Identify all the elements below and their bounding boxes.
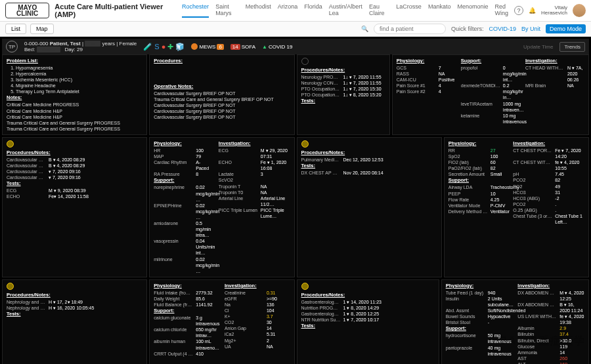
note-row[interactable]: ECGM ▾ 9, 2020 08:39 <box>7 188 142 193</box>
note-name: Gastroenterology … <box>301 299 341 305</box>
kv-row: RA Pressure8 <box>154 171 213 177</box>
note-row[interactable]: PTO Occupation…1↓ ▾ 7, 2020 15:30 <box>301 86 385 92</box>
kv-key: EPINEPHrine <box>154 203 193 220</box>
app-header: MAYO CLINIC Acute Care Multi-patient Vie… <box>0 0 591 22</box>
tab-florida[interactable]: Florida <box>304 3 322 18</box>
note-row[interactable]: Neurology PROG…1↓ ▾ 7, 2020 11:55 <box>301 74 385 80</box>
investigation-heading: Investigation: <box>513 140 584 146</box>
update-time-label: Update Time <box>523 44 553 50</box>
kv-row: Creatinine0.31 <box>225 290 290 296</box>
kv-key: O.25 (ABG) <box>513 207 552 213</box>
tab-mankato[interactable]: Mankato <box>428 3 451 18</box>
note-date: 1 ▾ 14, 2020 11:23 <box>343 299 382 305</box>
watermark: BASIC重症医学 <box>499 334 586 348</box>
tab-eauclaire[interactable]: Eau Claire <box>369 3 389 18</box>
kv-key: ScVO2 <box>219 177 258 183</box>
kv-row: calcium chloride650 mg/hr intrav… <box>154 327 219 338</box>
list-button[interactable]: List <box>5 24 26 34</box>
note-name: Cardiovascular S… <box>7 157 46 163</box>
kv-key: Abd. Assmt <box>446 308 485 313</box>
support-heading: Support: <box>446 325 513 331</box>
list-item[interactable]: Trauma Critical Care and General Surgery… <box>7 126 142 132</box>
list-item[interactable]: Critical Care Medicine H&P <box>7 114 142 120</box>
kv-key: Fluid Intake (from … <box>154 290 193 296</box>
age-obscured: xx <box>85 41 100 47</box>
byunit-filter[interactable]: By Unit <box>521 26 540 32</box>
kv-key: Lactate <box>219 171 258 177</box>
kv-key: CRRT Output (4 h… <box>154 351 193 357</box>
list-item[interactable]: Trauma Critical Care and General Surgery… <box>7 120 142 126</box>
search-icon: 🔍 <box>361 26 368 32</box>
list-item[interactable]: Critical Care Medicine PROGRESS <box>7 102 142 108</box>
procnotes-heading: Procedures/Notes: <box>301 67 385 73</box>
kv-value: M ▾ 29, 2020 07:31 <box>261 148 290 159</box>
note-row[interactable]: Pulmonary Medici…Dec 12, 2020 12:53 <box>301 157 437 163</box>
covid-filter[interactable]: COVID-19 <box>489 26 516 32</box>
list-item[interactable]: Critical Care Medicine H&P <box>7 108 142 114</box>
kv-value: 100 <box>196 148 204 153</box>
kv-key: CT CHEST WITHO… <box>513 159 552 171</box>
support-heading: Support: <box>449 177 508 183</box>
note-row[interactable]: Cardiovascular EL…▾ 7, 2020 09:16 <box>7 169 142 174</box>
kv-value: 82 <box>555 177 560 183</box>
tab-austin[interactable]: Austin/Albert Lea <box>329 3 362 18</box>
note-row[interactable]: DX CHEST AP OR …Nov 20, 2020 08:14 <box>301 170 437 176</box>
note-row[interactable]: Nephrology and H…H ▾ 16, 2020 10:05:45 <box>7 305 142 311</box>
search-input[interactable] <box>374 24 446 34</box>
demo-mode-badge[interactable]: Demo Mode <box>546 24 586 33</box>
list-item[interactable]: Cardiovascular Surgery BRIEF OP NOT <box>154 102 290 108</box>
tab-lacrosse[interactable]: LaCrosse <box>396 3 422 18</box>
kv-row: CAM-ICUPositive <box>397 77 456 83</box>
list-item[interactable]: Cardiovascular Surgery BRIEF OP NOT <box>154 108 290 114</box>
kv-value: 10 <box>491 191 496 197</box>
map-button[interactable]: Map <box>30 24 54 34</box>
kv-key: K+ <box>225 313 264 319</box>
kv-key: CT HEAD WITHO… <box>525 65 565 83</box>
note-row[interactable]: Gastroenterology …1 ▾ 14, 2020 11:23 <box>301 299 435 305</box>
note-row[interactable]: ECHOFe▾ 14, 2020 11:58 <box>7 193 142 199</box>
kv-row: RASSNA <box>397 71 456 77</box>
note-row[interactable]: Gastroenterology …1 ▾ 8, 2020 12:25 <box>301 311 435 317</box>
kv-value: 3.7 <box>267 313 273 319</box>
kv-key: Delivery Method (… <box>449 209 488 214</box>
list-item[interactable]: Cardiovascular Surgery BRIEF OP NOT <box>154 91 290 96</box>
list-item[interactable]: Cardiovascular Surgery BRIEF OP NOT <box>154 114 290 120</box>
note-row[interactable]: Nutrition PROGR…1 ▾ 8, 2020 14:29 <box>301 305 435 311</box>
note-row[interactable]: Nephrology and H…H ▾ 17, 2▾ 18:49 <box>7 299 142 305</box>
kv-value: 8 <box>196 171 198 177</box>
note-row[interactable]: Cardiovascular EL…▾ 7, 2020 09:16 <box>7 174 142 180</box>
kv-row: O.25 (ABG). <box>513 207 584 213</box>
procnotes-heading: Procedures/Notes: <box>7 150 142 155</box>
tab-arizona[interactable]: Arizona <box>278 3 298 18</box>
avatar[interactable] <box>573 4 586 17</box>
kv-value: P-CMV <box>491 203 506 209</box>
tab-rochester[interactable]: Rochester <box>182 3 209 18</box>
kv-row: ketamine10 mg intravenous <box>461 113 520 125</box>
note-row[interactable]: NTR Nutrition Sup…1 ▾ 7, 2020 10:17 <box>301 317 435 323</box>
note-date: 1↓ ▾ 8, 2020 15:20 <box>343 92 382 98</box>
list-item[interactable]: Trauma Critical Care and General Surgery… <box>154 96 290 102</box>
tab-redwing[interactable]: Red Wing <box>494 3 514 18</box>
trends-button[interactable]: Trends <box>559 42 585 52</box>
kv-key: PCO2 <box>513 177 552 183</box>
kv-key: calcium chloride <box>154 327 193 338</box>
investigation-heading: Investigation: <box>525 58 584 64</box>
note-name: Gastroenterology … <box>301 311 341 317</box>
kv-value: 100 mL intraveno… <box>196 338 219 350</box>
help-icon[interactable]: ? <box>514 6 523 15</box>
note-date: 1 ▾ 8, 2020 14:29 <box>343 305 380 311</box>
note-row[interactable]: Cardiovascular S…B ▾ 4, 2020 08:29 <box>7 163 142 169</box>
note-row[interactable]: Cardiovascular S…B ▾ 4, 2020 08:29 <box>7 157 142 163</box>
kv-value: Hypoactive <box>488 313 511 319</box>
tab-saintmarys[interactable]: Saint Marys <box>215 3 239 18</box>
kv-row: PCO2. <box>513 201 584 207</box>
kv-key: Troponin T0 <box>219 190 258 195</box>
bell-icon[interactable]: 🔔 <box>529 7 536 14</box>
kv-value: - <box>488 319 489 325</box>
kv-row: vasopressin0.04 Units/min int… <box>154 238 213 256</box>
kv-key: CO2 <box>225 319 264 325</box>
note-row[interactable]: PTO Occupation…1↓ ▾ 8, 2020 15:20 <box>301 92 385 98</box>
tab-menomonie[interactable]: Menomonie <box>457 3 488 18</box>
note-row[interactable]: Neurology CONS…1↓ ▾ 7, 2020 11:55 <box>301 80 385 86</box>
tab-methodist[interactable]: Methodist <box>246 3 271 18</box>
